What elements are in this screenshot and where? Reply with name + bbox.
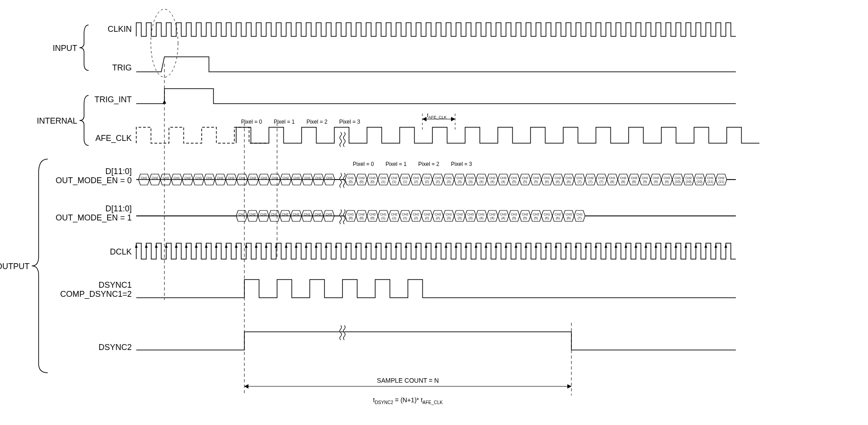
svg-text:(10): (10) bbox=[686, 180, 691, 184]
svg-text:CH3: CH3 bbox=[696, 176, 703, 180]
svg-text:CH1: CH1 bbox=[304, 213, 310, 216]
group-internal-label: INTERNAL bbox=[37, 116, 77, 125]
svg-text:CH2: CH2 bbox=[358, 176, 365, 180]
svg-text:CH3: CH3 bbox=[500, 213, 506, 216]
svg-text:CH2: CH2 bbox=[315, 176, 322, 180]
label-dsync1-b: COMP_DSYNC1=2 bbox=[60, 290, 132, 299]
svg-text:Pixel = 3: Pixel = 3 bbox=[451, 161, 472, 167]
pixel-labels-output: Pixel = 0Pixel = 1Pixel = 2Pixel = 3 bbox=[353, 161, 472, 167]
svg-text:(7): (7) bbox=[578, 216, 582, 220]
svg-text:CH3: CH3 bbox=[435, 176, 441, 180]
svg-text:CH2: CH2 bbox=[685, 176, 692, 180]
svg-text:CH3: CH3 bbox=[467, 176, 474, 180]
svg-text:(3): (3) bbox=[458, 216, 462, 220]
svg-text:(4): (4) bbox=[480, 216, 484, 220]
wave-dclk bbox=[135, 243, 736, 259]
svg-text:CH1: CH1 bbox=[413, 213, 419, 216]
svg-text:(6): (6) bbox=[567, 216, 571, 220]
svg-text:CH3: CH3 bbox=[293, 213, 299, 216]
sync-ellipse bbox=[151, 9, 178, 77]
svg-text:(5): (5) bbox=[512, 216, 516, 220]
svg-text:(1): (1) bbox=[403, 180, 407, 184]
svg-text:CH2: CH2 bbox=[653, 176, 659, 180]
svg-text:(6): (6) bbox=[567, 180, 571, 184]
svg-text:CH1: CH1 bbox=[576, 213, 583, 216]
svg-text:(1): (1) bbox=[392, 216, 397, 220]
svg-text:tAFE_CLK: tAFE_CLK bbox=[427, 112, 446, 120]
svg-text:CH3: CH3 bbox=[435, 213, 441, 216]
svg-text:CH1: CH1 bbox=[206, 176, 213, 180]
svg-text:(1): (1) bbox=[382, 216, 386, 220]
svg-text:CH3: CH3 bbox=[326, 176, 332, 180]
svg-text:(11): (11) bbox=[708, 180, 713, 184]
svg-text:(0): (0) bbox=[360, 180, 364, 184]
svg-text:CH1: CH1 bbox=[707, 176, 714, 180]
svg-text:(9): (9) bbox=[654, 180, 658, 184]
label-clkin: CLKIN bbox=[108, 25, 132, 34]
svg-text:(8): (8) bbox=[632, 180, 636, 184]
svg-text:CH2: CH2 bbox=[424, 213, 430, 216]
svg-text:(9): (9) bbox=[643, 180, 647, 184]
svg-text:(6): (6) bbox=[556, 216, 560, 220]
svg-text:(9): (9) bbox=[665, 180, 669, 184]
svg-text:(7): (7) bbox=[589, 180, 593, 184]
label-trig-int: TRIG_INT bbox=[94, 95, 132, 105]
svg-text:(2): (2) bbox=[414, 180, 418, 184]
svg-text:CH1: CH1 bbox=[446, 213, 452, 216]
svg-text:CH2: CH2 bbox=[184, 176, 191, 180]
svg-text:Pixel = 1: Pixel = 1 bbox=[274, 119, 295, 125]
svg-text:Pixel = 0: Pixel = 0 bbox=[353, 161, 374, 167]
svg-text:(5): (5) bbox=[523, 216, 527, 220]
svg-text:(6): (6) bbox=[556, 180, 560, 184]
svg-text:(10): (10) bbox=[697, 180, 702, 184]
svg-text:Pixel = 1: Pixel = 1 bbox=[386, 161, 407, 167]
svg-text:Pixel = 2: Pixel = 2 bbox=[307, 119, 328, 125]
svg-text:CH2: CH2 bbox=[555, 176, 561, 180]
svg-text:CH1: CH1 bbox=[347, 213, 354, 216]
label-dclk: DCLK bbox=[110, 247, 132, 256]
svg-text:CH3: CH3 bbox=[533, 176, 539, 180]
label-d-mode0-a: D[11:0] bbox=[105, 167, 132, 176]
svg-text:(10): (10) bbox=[675, 180, 680, 184]
break-markers bbox=[340, 132, 345, 340]
svg-text:Pixel = 0: Pixel = 0 bbox=[241, 119, 263, 125]
svg-text:CH2: CH2 bbox=[358, 213, 365, 216]
svg-text:CH1: CH1 bbox=[271, 213, 278, 216]
svg-text:(3): (3) bbox=[447, 180, 451, 184]
svg-text:(4): (4) bbox=[491, 180, 495, 184]
svg-text:CH1: CH1 bbox=[380, 176, 387, 180]
svg-text:CH1: CH1 bbox=[576, 176, 583, 180]
svg-text:(2): (2) bbox=[425, 180, 429, 184]
svg-text:(5): (5) bbox=[512, 180, 516, 184]
svg-text:CH1: CH1 bbox=[478, 176, 485, 180]
svg-text:CH1: CH1 bbox=[642, 176, 648, 180]
svg-text:CH2: CH2 bbox=[315, 213, 321, 216]
svg-text:(4): (4) bbox=[501, 216, 506, 220]
svg-text:CH3: CH3 bbox=[402, 176, 408, 180]
svg-text:CH1: CH1 bbox=[413, 176, 419, 180]
wave-dsync1 bbox=[136, 280, 736, 298]
svg-text:(2): (2) bbox=[425, 216, 429, 220]
sample-count-annotation: SAMPLE COUNT = N tDSYNC2 = (N+1)* tAFE_C… bbox=[245, 377, 570, 405]
svg-text:CH3: CH3 bbox=[500, 176, 506, 180]
svg-text:(0): (0) bbox=[360, 216, 364, 220]
svg-text:CH3: CH3 bbox=[261, 176, 267, 180]
svg-text:SAMPLE COUNT = N: SAMPLE COUNT = N bbox=[377, 377, 439, 384]
svg-text:(3): (3) bbox=[458, 180, 462, 184]
label-trig: TRIG bbox=[112, 63, 132, 72]
svg-text:(3): (3) bbox=[469, 180, 473, 184]
label-d-mode1-a: D[11:0] bbox=[105, 204, 132, 213]
svg-text:CH3: CH3 bbox=[664, 176, 670, 180]
svg-text:(0): (0) bbox=[349, 180, 353, 184]
svg-text:CH3: CH3 bbox=[598, 176, 605, 180]
svg-text:CH2: CH2 bbox=[489, 176, 496, 180]
svg-text:(6): (6) bbox=[545, 180, 549, 184]
svg-text:(7): (7) bbox=[578, 180, 582, 184]
svg-text:CH3: CH3 bbox=[565, 176, 572, 180]
svg-text:CH2: CH2 bbox=[217, 176, 223, 180]
wave-trig bbox=[136, 57, 736, 72]
svg-text:CH3: CH3 bbox=[326, 213, 332, 216]
svg-text:CH2: CH2 bbox=[718, 176, 724, 180]
svg-text:CH1: CH1 bbox=[609, 176, 615, 180]
svg-text:CH2: CH2 bbox=[249, 213, 256, 216]
